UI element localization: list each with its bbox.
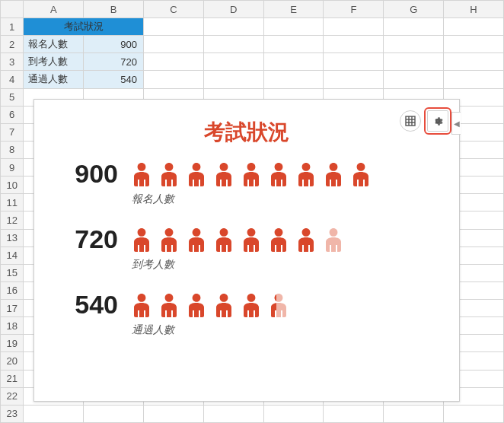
row-header[interactable]: 3: [1, 53, 24, 71]
pictograph-value: 540: [57, 291, 129, 317]
table-row-label[interactable]: 報名人數: [24, 36, 84, 53]
chart-data-button[interactable]: [400, 110, 421, 132]
cell[interactable]: [384, 71, 444, 88]
collapse-pane-tab[interactable]: ◀: [451, 112, 461, 135]
cell[interactable]: [444, 36, 504, 53]
row-header[interactable]: 1: [1, 18, 24, 36]
row-header[interactable]: 23: [1, 405, 24, 422]
person-icon: [293, 161, 319, 189]
row-header[interactable]: 16: [1, 281, 24, 299]
person-icon: [348, 161, 374, 189]
pictograph-value: 900: [57, 161, 129, 186]
cell[interactable]: [263, 18, 324, 36]
person-icon: [129, 226, 155, 255]
table-row-value[interactable]: 720: [84, 53, 144, 71]
table-row-label[interactable]: 到考人數: [24, 53, 84, 71]
col-header[interactable]: A: [24, 1, 84, 18]
cell[interactable]: [143, 53, 203, 71]
row-header[interactable]: 20: [1, 352, 24, 370]
row-header[interactable]: 7: [1, 123, 24, 141]
cell[interactable]: [263, 71, 324, 88]
col-header[interactable]: G: [384, 1, 444, 18]
row-header[interactable]: 12: [1, 212, 24, 229]
cell[interactable]: [324, 53, 384, 71]
select-all-corner[interactable]: [1, 1, 24, 18]
col-header[interactable]: E: [263, 1, 324, 18]
row-header[interactable]: 5: [1, 88, 24, 106]
pictograph-row: 540通過人數: [57, 291, 436, 337]
cell[interactable]: [324, 18, 384, 36]
table-row-value[interactable]: 900: [84, 36, 144, 53]
row-header[interactable]: 10: [1, 177, 24, 194]
cell[interactable]: [444, 405, 504, 422]
person-icon: [129, 161, 155, 189]
row-header[interactable]: 4: [1, 71, 24, 88]
person-icon: [238, 226, 264, 255]
cell[interactable]: [263, 53, 324, 71]
person-icon: [321, 161, 346, 189]
row-header[interactable]: 9: [1, 159, 24, 177]
row-header[interactable]: 17: [1, 300, 24, 317]
cell[interactable]: [384, 18, 444, 36]
col-header[interactable]: H: [444, 1, 504, 18]
cell[interactable]: [203, 71, 263, 88]
chart-title: 考試狀況: [34, 118, 459, 147]
cell[interactable]: [384, 405, 444, 422]
person-icon: [156, 161, 182, 189]
cell[interactable]: [324, 36, 384, 53]
cell[interactable]: [203, 18, 263, 36]
person-icon: [293, 226, 319, 255]
person-icon: [156, 226, 182, 255]
person-icon: [129, 291, 155, 320]
cell[interactable]: [24, 405, 84, 422]
person-icon: [183, 161, 209, 189]
cell[interactable]: [384, 53, 444, 71]
person-icon: [238, 291, 264, 320]
cell[interactable]: [324, 71, 384, 88]
table-row-value[interactable]: 540: [84, 71, 144, 88]
person-icon: [156, 291, 182, 320]
row-header[interactable]: 13: [1, 229, 24, 246]
cell[interactable]: [143, 18, 203, 36]
col-header[interactable]: B: [84, 1, 144, 18]
row-header[interactable]: 19: [1, 335, 24, 352]
col-header[interactable]: C: [143, 1, 203, 18]
cell[interactable]: [263, 36, 324, 53]
row-header[interactable]: 22: [1, 387, 24, 405]
cell[interactable]: [143, 71, 203, 88]
row-header[interactable]: 18: [1, 317, 24, 335]
row-header[interactable]: 14: [1, 246, 24, 264]
cell[interactable]: [444, 18, 504, 36]
cell[interactable]: [203, 36, 263, 53]
people-graph-chart[interactable]: ◀ 考試狀況 900報名人數720到考人數540通過人數: [33, 99, 460, 402]
cell[interactable]: [203, 405, 263, 422]
cell[interactable]: [384, 36, 444, 53]
cell[interactable]: [203, 53, 263, 71]
cell[interactable]: [143, 36, 203, 53]
row-header[interactable]: 15: [1, 264, 24, 281]
table-row-label[interactable]: 通過人數: [24, 71, 84, 88]
person-icon: [211, 226, 237, 255]
cell[interactable]: [444, 71, 504, 88]
person-icon: [266, 161, 292, 189]
pictograph-row: 720到考人數: [57, 226, 436, 272]
svg-rect-0: [406, 116, 415, 126]
row-header[interactable]: 21: [1, 370, 24, 387]
cell[interactable]: [263, 405, 324, 422]
chart-settings-button[interactable]: [427, 110, 448, 132]
col-header[interactable]: F: [324, 1, 384, 18]
table-header-cell[interactable]: 考試狀況: [24, 18, 144, 36]
row-header[interactable]: 2: [1, 36, 24, 53]
person-icon: [211, 161, 237, 189]
cell[interactable]: [143, 405, 203, 422]
person-icon-partial: [266, 291, 292, 320]
cell[interactable]: [324, 405, 384, 422]
cell[interactable]: [84, 405, 144, 422]
person-icon-partial: [321, 226, 346, 255]
row-header[interactable]: 8: [1, 141, 24, 158]
row-header[interactable]: 6: [1, 106, 24, 123]
pictograph-label: 通過人數: [129, 323, 436, 337]
cell[interactable]: [444, 53, 504, 71]
col-header[interactable]: D: [203, 1, 263, 18]
row-header[interactable]: 11: [1, 194, 24, 212]
